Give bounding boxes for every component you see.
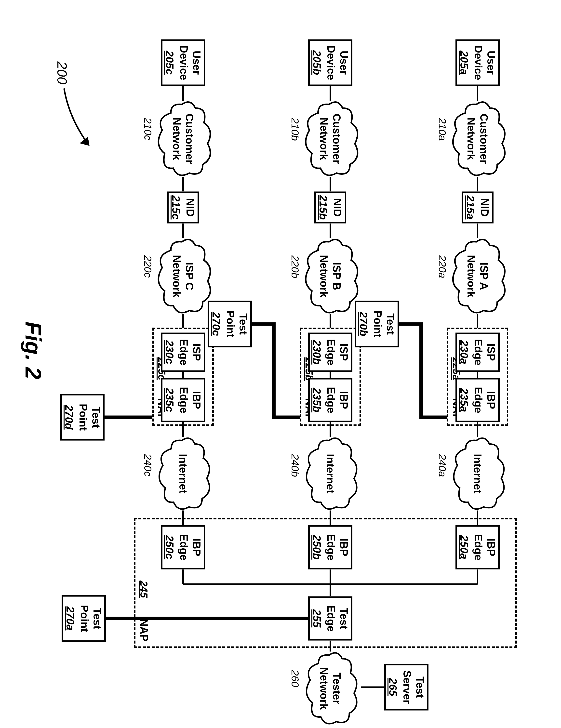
label: IBP bbox=[485, 391, 497, 409]
label: Network bbox=[318, 255, 330, 297]
label: User bbox=[485, 51, 497, 75]
label: Edge bbox=[177, 387, 190, 413]
label: ISP bbox=[337, 344, 350, 361]
label: NID bbox=[184, 198, 197, 217]
ref-210a: 210a bbox=[436, 118, 448, 141]
ref: 215c bbox=[170, 195, 182, 219]
label: Internet bbox=[471, 454, 484, 493]
label: Customer bbox=[183, 113, 196, 164]
ref: 270a bbox=[64, 606, 77, 630]
ref-220a: 220a bbox=[436, 255, 448, 278]
label: Test bbox=[237, 313, 250, 334]
label: ISP C bbox=[183, 262, 196, 290]
figure-number: 200 bbox=[54, 61, 70, 84]
ref: 215b bbox=[317, 195, 330, 220]
user-device-c: User Device 205c bbox=[161, 39, 205, 86]
nap-label: NAP bbox=[138, 619, 150, 641]
label: Device bbox=[177, 45, 190, 80]
label: Test bbox=[91, 608, 104, 629]
ref-220c: 220c bbox=[142, 255, 154, 278]
ref-240b: 240b bbox=[289, 454, 301, 477]
internet-c: Internet bbox=[154, 437, 213, 510]
ref: 270d bbox=[63, 405, 75, 429]
ref: 255 bbox=[310, 609, 323, 627]
label: Edge bbox=[472, 339, 485, 365]
label: Internet bbox=[324, 454, 337, 493]
label: Customer bbox=[330, 113, 343, 164]
label: Point bbox=[224, 310, 237, 337]
ref: 205c bbox=[163, 51, 176, 75]
isp-edge-a: ISP Edge 230a bbox=[455, 332, 500, 372]
internet-b: Internet bbox=[301, 437, 360, 510]
test-point-d: Test Point 270d bbox=[60, 394, 105, 440]
label: Point bbox=[78, 605, 91, 632]
customer-network-c: Customer Network bbox=[154, 101, 213, 177]
user-device-a: User Device 205a bbox=[455, 39, 500, 86]
label: Device bbox=[325, 45, 337, 80]
ibp-edge-left-b: IBP Edge 235b bbox=[308, 378, 352, 422]
label: Point bbox=[371, 310, 384, 337]
user-device-b: User Device 205b bbox=[308, 39, 352, 86]
label: Internet bbox=[177, 454, 189, 493]
ref-210b: 210b bbox=[289, 118, 301, 141]
ref: 230b bbox=[310, 340, 323, 364]
label: IBP bbox=[337, 391, 350, 409]
isp-b-network: ISP B Network bbox=[301, 238, 360, 314]
customer-network-b: Customer Network bbox=[301, 101, 360, 177]
isp-c-network: ISP C Network bbox=[154, 238, 213, 314]
label: Network bbox=[318, 117, 330, 160]
isp-a-network: ISP A Network bbox=[448, 238, 507, 314]
label: IBP bbox=[190, 391, 203, 409]
ref: 205a bbox=[458, 51, 470, 75]
label: Test bbox=[384, 313, 397, 334]
isp-edge-c: ISP Edge 230c bbox=[161, 332, 205, 372]
ref-220b: 220b bbox=[289, 255, 301, 278]
ref-240c: 240c bbox=[142, 454, 154, 476]
customer-network-a: Customer Network bbox=[448, 101, 507, 177]
label: NID bbox=[331, 198, 344, 217]
ref: 205b bbox=[310, 50, 323, 75]
label: User bbox=[337, 51, 350, 75]
ref: 215a bbox=[464, 195, 477, 219]
label: Tester bbox=[330, 673, 343, 704]
label: Edge bbox=[325, 387, 337, 413]
label: Network bbox=[170, 255, 183, 297]
ref: 270c bbox=[210, 312, 223, 336]
label: Test bbox=[90, 406, 102, 428]
test-point-a: Test Point 270a bbox=[62, 595, 106, 642]
ref-210c: 210c bbox=[142, 118, 154, 140]
label: User bbox=[190, 51, 203, 75]
ref: 235b bbox=[310, 388, 323, 412]
label: Device bbox=[472, 45, 485, 80]
ref: 265 bbox=[387, 678, 399, 696]
label: Customer bbox=[478, 113, 490, 164]
label: Test bbox=[337, 608, 350, 629]
label: ISP bbox=[485, 344, 497, 361]
label: Test bbox=[414, 676, 426, 698]
tester-network: Tester Network bbox=[301, 651, 360, 725]
isp-edge-b: ISP Edge 230b bbox=[308, 332, 352, 372]
test-point-b: Test Point 270b bbox=[355, 301, 399, 347]
ref: 235c bbox=[163, 388, 176, 412]
test-point-c: Test Point 270c bbox=[208, 301, 252, 347]
label: Network bbox=[465, 117, 478, 160]
label: Edge bbox=[325, 339, 337, 365]
label: Edge bbox=[177, 339, 190, 365]
nid-c: NID 215c bbox=[167, 191, 199, 223]
label: ISP A bbox=[478, 262, 490, 290]
label: ISP B bbox=[330, 262, 343, 290]
label: Network bbox=[465, 255, 478, 297]
nid-a: NID 215a bbox=[462, 191, 494, 223]
label: Server bbox=[401, 670, 414, 704]
nap-ref: 245 bbox=[138, 581, 150, 598]
test-edge: Test Edge 255 bbox=[308, 596, 352, 640]
label: Network bbox=[170, 117, 183, 160]
ref-240a: 240a bbox=[436, 454, 448, 477]
internet-a: Internet bbox=[448, 437, 507, 510]
ibp-edge-left-a: IBP Edge 235a bbox=[455, 378, 500, 422]
ibp-edge-left-c: IBP Edge 235c bbox=[161, 378, 205, 422]
ref-260: 260 bbox=[289, 670, 301, 687]
ref: 230c bbox=[163, 340, 176, 364]
ref: 235a bbox=[458, 388, 470, 412]
test-server: Test Server 265 bbox=[384, 664, 428, 710]
